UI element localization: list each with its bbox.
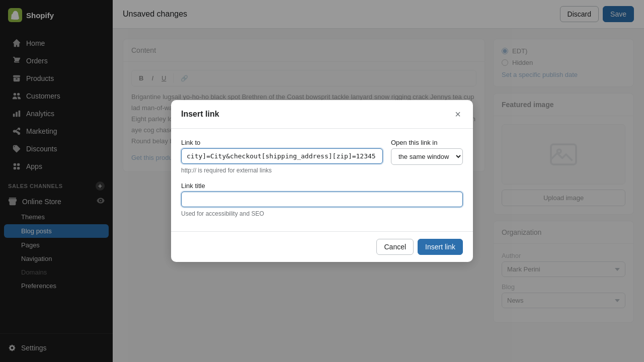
insert-link-modal: Insert link × Link to http:// is require… xyxy=(171,100,473,262)
insert-link-button[interactable]: Insert link xyxy=(418,239,463,255)
modal-footer: Cancel Insert link xyxy=(171,231,473,262)
modal-header: Insert link × xyxy=(171,100,473,129)
link-title-group: Link title Used for accessibility and SE… xyxy=(181,182,463,217)
accessibility-hint: Used for accessibility and SEO xyxy=(181,210,463,217)
open-in-select[interactable]: the same window a new window xyxy=(391,148,463,165)
link-title-input[interactable] xyxy=(181,192,463,207)
modal-overlay[interactable]: Insert link × Link to http:// is require… xyxy=(0,0,644,362)
open-in-group: Open this link in the same window a new … xyxy=(391,139,463,174)
modal-body: Link to http:// is required for external… xyxy=(171,129,473,231)
link-title-label: Link title xyxy=(181,182,463,190)
open-in-label: Open this link in xyxy=(391,139,463,146)
link-form-row: Link to http:// is required for external… xyxy=(181,139,463,174)
modal-title: Insert link xyxy=(181,110,219,119)
link-to-group: Link to http:// is required for external… xyxy=(181,139,383,174)
http-hint: http:// is required for external links xyxy=(181,167,383,174)
cancel-button[interactable]: Cancel xyxy=(376,239,414,255)
link-url-input[interactable] xyxy=(181,148,383,164)
modal-close-button[interactable]: × xyxy=(453,108,463,120)
link-to-label: Link to xyxy=(181,139,383,146)
